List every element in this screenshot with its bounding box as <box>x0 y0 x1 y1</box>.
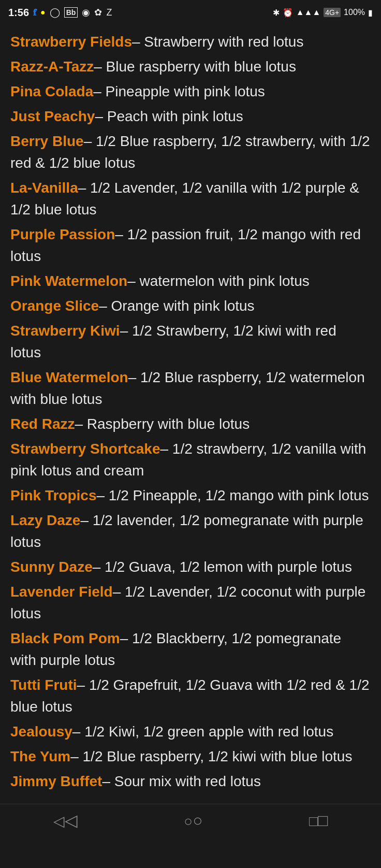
menu-item: Jimmy Buffet– Sour mix with red lotus <box>10 771 371 792</box>
item-name: Purple Passion <box>10 226 115 242</box>
status-time: 1:56 <box>8 7 29 19</box>
nav-bar: ◁ ○ □ <box>0 804 381 836</box>
nav-recent-button[interactable]: □ <box>309 811 328 830</box>
menu-item: Pink Tropics– 1/2 Pineapple, 1/2 mango w… <box>10 485 371 507</box>
item-name: Jimmy Buffet <box>10 773 102 789</box>
item-desc: – Sour mix with red lotus <box>102 773 261 789</box>
item-name: Tutti Fruti <box>10 677 77 693</box>
item-name: Red Razz <box>10 416 75 432</box>
menu-item: Lazy Daze– 1/2 lavender, 1/2 pomegranate… <box>10 510 371 553</box>
item-name: Pink Tropics <box>10 487 97 503</box>
item-name: La-Vanilla <box>10 180 78 196</box>
menu-item: Razz-A-Tazz– Blue raspberry with blue lo… <box>10 56 371 78</box>
menu-item: Purple Passion– 1/2 passion fruit, 1/2 m… <box>10 224 371 267</box>
menu-item: Strawberry Fields– Strawberry with red l… <box>10 31 371 53</box>
item-name: Orange Slice <box>10 298 99 314</box>
item-name: Strawberry Kiwi <box>10 323 120 339</box>
menu-item: Strawberry Shortcake– 1/2 strawberry, 1/… <box>10 438 371 482</box>
settings-icon: ✿ <box>94 7 102 18</box>
menu-item: Pina Colada– Pineapple with pink lotus <box>10 81 371 103</box>
item-name: Just Peachy <box>10 108 95 124</box>
item-name: Strawberry Shortcake <box>10 441 160 457</box>
item-desc: – 1/2 Guava, 1/2 lemon with purple lotus <box>93 559 352 575</box>
menu-item: Orange Slice– Orange with pink lotus <box>10 295 371 317</box>
item-desc: – Raspberry with blue lotus <box>75 416 250 432</box>
nav-home-button[interactable]: ○ <box>184 811 202 830</box>
battery-percent: 100% <box>344 8 365 17</box>
battery-icon: ▮ <box>368 8 373 18</box>
item-desc: – Strawberry with red lotus <box>132 34 303 50</box>
lte-icon: 4G+ <box>324 8 341 17</box>
item-name: Razz-A-Tazz <box>10 59 94 75</box>
menu-item: Strawberry Kiwi– 1/2 Strawberry, 1/2 kiw… <box>10 320 371 364</box>
menu-item: Black Pom Pom– 1/2 Blackberry, 1/2 pomeg… <box>10 628 371 671</box>
status-bar: 1:56 𝐟 ● ◯ Bb ◉ ✿ Z ✱ ⏰ ▲▲▲ 4G+ 100% ▮ <box>0 0 381 25</box>
nav-back-button[interactable]: ◁ <box>53 811 78 830</box>
item-desc: – Peach with pink lotus <box>95 108 243 124</box>
bluetooth-icon: ✱ <box>273 8 280 18</box>
item-name: Strawberry Fields <box>10 34 132 50</box>
menu-item: Just Peachy– Peach with pink lotus <box>10 106 371 127</box>
signal-icon: ▲▲▲ <box>296 8 321 17</box>
menu-item: Berry Blue– 1/2 Blue raspberry, 1/2 stra… <box>10 131 371 174</box>
bb-icon: Bb <box>64 7 78 18</box>
item-desc: – Pineapple with pink lotus <box>93 83 265 99</box>
menu-content: Strawberry Fields– Strawberry with red l… <box>0 25 381 804</box>
menu-item: The Yum– 1/2 Blue raspberry, 1/2 kiwi wi… <box>10 746 371 768</box>
item-desc: – 1/2 Pineapple, 1/2 mango with pink lot… <box>97 487 369 503</box>
menu-item: Pink Watermelon– watermelon with pink lo… <box>10 270 371 292</box>
item-desc: – Orange with pink lotus <box>99 298 254 314</box>
item-name: The Yum <box>10 748 70 764</box>
odesk-icon: ◉ <box>82 7 90 18</box>
menu-item: Lavender Field– 1/2 Lavender, 1/2 coconu… <box>10 581 371 625</box>
instagram-icon: ◯ <box>50 7 60 18</box>
menu-item: Blue Watermelon– 1/2 Blue raspberry, 1/2… <box>10 367 371 410</box>
menu-item: Red Razz– Raspberry with blue lotus <box>10 413 371 435</box>
item-desc: – watermelon with pink lotus <box>127 273 310 289</box>
item-desc: – 1/2 Blue raspberry, 1/2 kiwi with blue… <box>70 748 352 764</box>
alarm-icon: ⏰ <box>283 8 293 18</box>
item-name: Sunny Daze <box>10 559 93 575</box>
item-name: Black Pom Pom <box>10 630 120 646</box>
item-name: Blue Watermelon <box>10 369 128 385</box>
facebook-icon: 𝐟 <box>33 7 36 18</box>
item-desc: – 1/2 Kiwi, 1/2 green apple with red lot… <box>72 724 333 740</box>
menu-item: Sunny Daze– 1/2 Guava, 1/2 lemon with pu… <box>10 556 371 578</box>
snapchat-icon: ● <box>40 8 46 17</box>
item-name: Lazy Daze <box>10 512 80 528</box>
menu-item: Tutti Fruti– 1/2 Grapefruit, 1/2 Guava w… <box>10 674 371 718</box>
status-left: 1:56 𝐟 ● ◯ Bb ◉ ✿ Z <box>8 7 112 19</box>
item-name: Pina Colada <box>10 83 93 99</box>
item-name: Lavender Field <box>10 584 113 600</box>
z-icon: Z <box>106 7 112 18</box>
item-name: Jealousy <box>10 724 72 740</box>
item-name: Pink Watermelon <box>10 273 127 289</box>
item-desc: – Blue raspberry with blue lotus <box>94 59 296 75</box>
menu-item: La-Vanilla– 1/2 Lavender, 1/2 vanilla wi… <box>10 177 371 221</box>
menu-item: Jealousy– 1/2 Kiwi, 1/2 green apple with… <box>10 721 371 743</box>
item-name: Berry Blue <box>10 133 84 149</box>
status-right: ✱ ⏰ ▲▲▲ 4G+ 100% ▮ <box>273 8 373 18</box>
